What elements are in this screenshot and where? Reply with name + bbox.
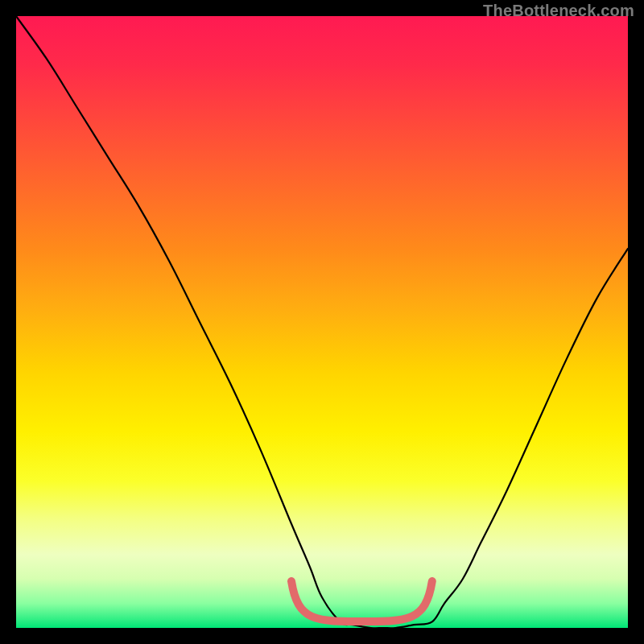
- chart-svg: [16, 16, 628, 628]
- chart-frame: TheBottleneck.com: [0, 0, 644, 644]
- bottleneck-curve: [16, 16, 628, 628]
- bottom-accent: [291, 581, 432, 621]
- plot-area: [16, 16, 628, 628]
- watermark-text: TheBottleneck.com: [483, 2, 634, 20]
